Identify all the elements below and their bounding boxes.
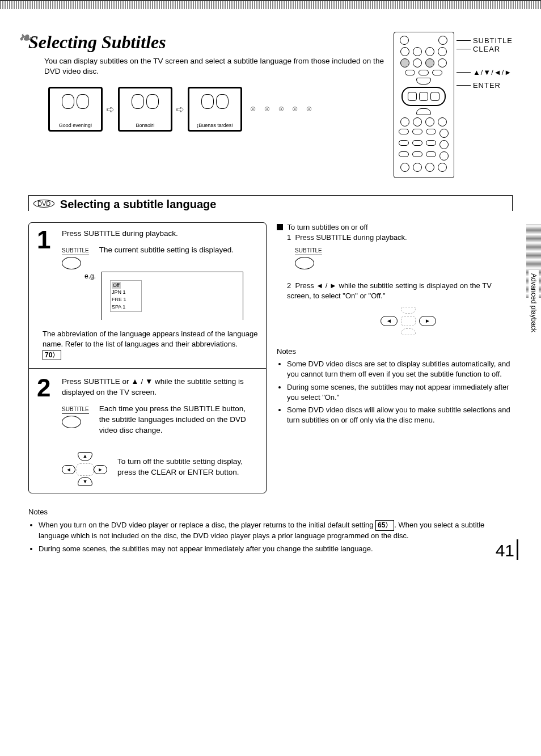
arrow-right-icon: ➪ (176, 103, 184, 116)
tv-screen-2: Bonsoir! (118, 87, 172, 132)
osd-menu: Off JPN 1 FRE 1 SPA 1 (110, 280, 142, 312)
note-item: Some DVD video discs will allow you to m… (287, 405, 513, 425)
section-title-text: Selecting a subtitle language (60, 198, 217, 210)
divider (29, 368, 266, 369)
note-text: When you turn on the DVD video player or… (39, 521, 375, 529)
left-button-icon: ◄ (381, 316, 398, 326)
remote-label-arrows: ▲/▼/◄/► (473, 68, 512, 77)
tv-screen-1: Good evening! (48, 87, 103, 132)
right-notes: Notes Some DVD video discs are set to di… (277, 347, 513, 425)
ellipsis-icon: ⦿ ⦿ ⦿ ⦿ ⦿ (250, 106, 315, 112)
subtitle-screens-row: Good evening! ➪ Bonsoir! ➪ ¡Buenas tarde… (48, 87, 394, 132)
step-2-clear-note: To turn off the subtitle setting display… (117, 457, 258, 478)
arrow-right-icon: ➪ (106, 103, 115, 116)
step-2-description: Each time you press the SUBTITLE button,… (99, 404, 258, 436)
note-item: When you turn on the DVD video player or… (39, 520, 513, 542)
screen-caption: Bonsoir! (136, 123, 154, 128)
dvd-badge: DVD (33, 200, 54, 208)
example-label: e.g. (84, 272, 96, 281)
enter-icon (77, 463, 94, 476)
remote-body (394, 32, 454, 178)
oval-button-icon (62, 257, 81, 269)
page-reference-65: 65〉 (375, 520, 394, 531)
page-title: ❧ Selecting Subtitles (28, 32, 394, 53)
leaf-icon: ❧ (18, 28, 31, 47)
center-ghost-icon (401, 316, 416, 326)
osd-item: FRE 1 (112, 297, 126, 302)
remote-label-subtitle: SUBTITLE (473, 36, 513, 45)
example-bracket: Off JPN 1 FRE 1 SPA 1 (102, 272, 243, 320)
square-bullet-icon (277, 224, 283, 230)
page-reference-70: 70〉 (43, 350, 61, 361)
step-1: 1 Press SUBTITLE during playback. SUBTIT… (37, 229, 258, 360)
step-1-description: The current subtitle setting is displaye… (99, 245, 258, 256)
abbr-note-text: The abbreviation of the language appears… (43, 330, 257, 348)
left-right-buttons-figure: ◄ ► (304, 307, 513, 335)
screen-caption: Good evening! (59, 123, 92, 128)
osd-selected: Off (112, 282, 121, 289)
remote-label-enter: ENTER (473, 81, 501, 90)
up-icon: ▲ (78, 452, 92, 461)
section-heading: DVD Selecting a subtitle language (28, 195, 513, 211)
subtitle-button-figure: SUBTITLE (62, 404, 89, 428)
subtitle-button-label: SUBTITLE (62, 406, 89, 414)
bottom-notes: Notes When you turn on the DVD video pla… (28, 507, 513, 555)
osd-item: SPA 1 (112, 304, 125, 310)
toggle-heading: To turn subtitles on or off (277, 222, 513, 233)
subtitle-button-label: SUBTITLE (295, 247, 322, 255)
down-ghost-icon (401, 328, 416, 335)
down-icon: ▲ (78, 477, 92, 486)
right-column: To turn subtitles on or off 1 Press SUBT… (277, 222, 513, 493)
left-icon: ◄ (62, 465, 75, 474)
note-item: During some scenes, the subtitles may no… (39, 544, 513, 555)
osd-item: JPN 1 (112, 289, 126, 295)
page-content: ❧ Selecting Subtitles You can display su… (0, 9, 541, 568)
step-2-instruction: Press SUBTITLE or ▲ / ▼ while the subtit… (62, 377, 258, 398)
note-text: During some scenes, the subtitles may no… (39, 544, 373, 553)
decorative-top-border (0, 0, 541, 9)
step-number: 2 (37, 377, 56, 485)
remote-label-clear: CLEAR (473, 45, 500, 53)
note-item: During some scenes, the subtitles may no… (287, 382, 513, 403)
oval-button-icon (295, 257, 314, 269)
oval-button-icon (62, 416, 81, 428)
screen-caption: ¡Buenas tardes! (197, 123, 233, 128)
steps-box: 1 Press SUBTITLE during playback. SUBTIT… (28, 222, 267, 493)
side-tab-label: Advanced playback (529, 270, 539, 336)
page-number: 41 (496, 539, 518, 560)
page-title-text: Selecting Subtitles (28, 32, 166, 52)
step-2: 2 Press SUBTITLE or ▲ / ▼ while the subt… (37, 377, 258, 485)
note-item: Some DVD video discs are set to display … (287, 359, 513, 379)
step-1-instruction: Press SUBTITLE during playback. (62, 229, 258, 239)
subtitle-button-figure: SUBTITLE (62, 245, 89, 269)
toggle-step-2: Press ◄ / ► while the subtitle setting i… (287, 281, 492, 300)
page-number-bar-icon (517, 539, 518, 560)
tv-screen-3: ¡Buenas tardes! (188, 87, 242, 132)
subtitle-button-figure: SUBTITLE (295, 245, 513, 269)
notes-heading: Notes (277, 347, 513, 357)
remote-diagram: SUBTITLE CLEAR ▲/▼/◄/► ENTER (394, 32, 513, 178)
notes-heading: Notes (28, 507, 513, 518)
dpad-figure: ▲ ◄ ► ▲ (62, 452, 107, 486)
abbreviation-note: The abbreviation of the language appears… (43, 329, 258, 360)
page-number-text: 41 (496, 541, 514, 560)
up-ghost-icon (401, 307, 416, 314)
intro-text: You can display subtitles on the TV scre… (44, 56, 394, 77)
right-button-icon: ► (419, 316, 436, 326)
right-icon: ► (94, 465, 107, 474)
subtitle-button-label: SUBTITLE (62, 247, 89, 255)
toggle-heading-text: To turn subtitles on or off (287, 223, 367, 231)
toggle-step-1: Press SUBTITLE during playback. (295, 233, 407, 242)
